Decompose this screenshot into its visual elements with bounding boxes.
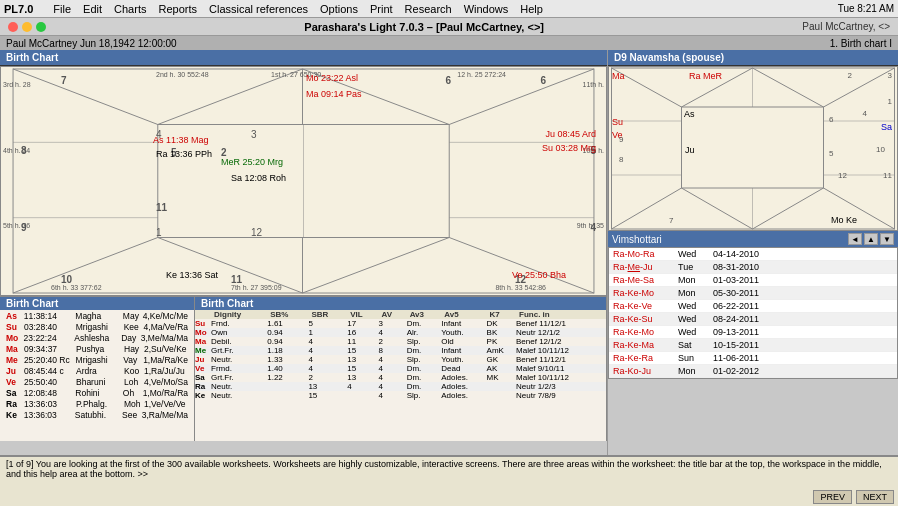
- menu-windows[interactable]: Windows: [464, 3, 509, 15]
- dignity-row-sa: SaGrt.Fr.1.222134Dm.Adoles.MKMalef 10/11…: [195, 373, 606, 382]
- nav-num10: 10: [876, 145, 885, 154]
- inner-h12b: 12: [251, 227, 262, 238]
- svg-rect-18: [682, 107, 824, 188]
- help-section: [1 of 9] You are looking at the first of…: [0, 455, 898, 506]
- house-9: 11: [231, 274, 242, 285]
- planet-ke: Ke 13:36 Sat: [166, 270, 218, 280]
- svg-line-22: [824, 68, 895, 107]
- clock: Tue 8:21 AM: [838, 3, 894, 14]
- nav-as: As: [684, 109, 695, 119]
- maximize-button[interactable]: [36, 22, 46, 32]
- menu-research[interactable]: Research: [405, 3, 452, 15]
- next-button[interactable]: NEXT: [856, 490, 894, 504]
- close-button[interactable]: [8, 22, 18, 32]
- vimsh-row-8: Ra-Ke-Ma Sat 10-15-2011: [609, 339, 897, 352]
- main-content: Birth Chart: [0, 50, 898, 506]
- nav-num2: 2: [848, 71, 852, 80]
- menu-options[interactable]: Options: [320, 3, 358, 15]
- nav-su: Su: [612, 117, 623, 127]
- dignity-row-mo: MoOwn0.941164Alr.Youth.BKNeutr 12/1/2: [195, 328, 606, 337]
- nav-ra: Ra MeR: [689, 71, 722, 81]
- planet-row-ju: Ju08:45:44 cArdraKoo1,Ra/Ju/Ju: [3, 366, 191, 377]
- deg-top-left: 2nd h. 30 552:48: [156, 71, 209, 78]
- dignity-row-ma: MaDebil.0.944112Slp.OldPKBenef 12/1/2: [195, 337, 606, 346]
- vimsh-row-9: Ra-Ke-Ra Sun 11-06-2011: [609, 352, 897, 365]
- menu-charts[interactable]: Charts: [114, 3, 146, 15]
- nav-sa: Sa: [881, 122, 892, 132]
- vimsh-row-6: Ra-Ke-Su Wed 08-24-2011: [609, 313, 897, 326]
- planet-mer: MeR 25:20 Mrg: [221, 157, 283, 167]
- nav-ju: Ju: [685, 145, 695, 155]
- nav-num8: 8: [619, 155, 623, 164]
- planet-row-mo: Mo23:22:24AshleshaDay3,Me/Ma/Ma: [3, 333, 191, 344]
- bottom-section: Birth Chart As11:38:14MaghaMay4,Ke/Mc/Me…: [0, 296, 607, 441]
- menu-file[interactable]: File: [53, 3, 71, 15]
- menu-edit[interactable]: Edit: [83, 3, 102, 15]
- menu-print[interactable]: Print: [370, 3, 393, 15]
- planet-ve: Ve 25:50 Bha: [512, 270, 566, 280]
- planet-row-as: As11:38:14MaghaMay4,Ke/Mc/Me: [3, 311, 191, 322]
- nav-ma: Ma: [612, 71, 625, 81]
- vimsh-up-btn[interactable]: ▲: [864, 233, 878, 245]
- svg-line-21: [753, 68, 824, 107]
- vimsh-row-3: Ra-Me-Sa Mon 01-03-2011: [609, 274, 897, 287]
- minimize-button[interactable]: [22, 22, 32, 32]
- help-text: [1 of 9] You are looking at the first of…: [6, 459, 882, 479]
- vimshottari-section: Vimshottari ◄ ▲ ▼ Ra-Mo-Ra Wed 04-14-201…: [608, 231, 898, 455]
- navamsha-section: D9 Navamsha (spouse): [608, 50, 898, 231]
- nav-num6: 6: [829, 115, 833, 124]
- birth-chart-canvas: 2nd h. 30 552:48 1st h. 27 650:30 12 h. …: [0, 66, 607, 296]
- svg-line-25: [753, 188, 824, 229]
- menu-reports[interactable]: Reports: [158, 3, 197, 15]
- nav-num1: 1: [888, 97, 892, 106]
- house-11b: 11: [156, 202, 167, 213]
- inner-h1: 4: [156, 129, 162, 140]
- vimsh-down-btn[interactable]: ▼: [880, 233, 894, 245]
- nav-num12: 12: [838, 171, 847, 180]
- chart-svg: [1, 67, 606, 295]
- chart-type-label: 1. Birth chart I: [830, 38, 892, 49]
- birth-chart-header: Birth Chart: [0, 50, 607, 66]
- menu-help[interactable]: Help: [520, 3, 543, 15]
- dignity-table: Dignity SB% SBR VIL AV Av3 Av5 K7 Func. …: [195, 310, 606, 400]
- dignity-row-ve: VeFrmd.1.404154Dm.DeadAKMalef 9/10/11: [195, 364, 606, 373]
- svg-line-2: [13, 69, 158, 125]
- nav-num5: 5: [829, 149, 833, 158]
- left-panel: Birth Chart: [0, 50, 608, 455]
- house-2: 8: [21, 145, 27, 156]
- planet-row-ma: Ma09:34:37PushyaHay2,Su/Ve/Ke: [3, 344, 191, 355]
- vimsh-row-7: Ra-Ke-Mo Wed 09-13-2011: [609, 326, 897, 339]
- app-version: PL7.0: [4, 3, 33, 15]
- svg-line-24: [682, 188, 753, 229]
- navamsha-svg: [609, 67, 897, 230]
- nav-mo-ke: Mo Ke: [831, 215, 857, 225]
- dignity-row-me: MeGrt.Fr.1.184158Dm.InfantAmKMalef 10/11…: [195, 346, 606, 355]
- nav-num11: 11: [883, 171, 892, 180]
- prev-button[interactable]: PREV: [813, 490, 852, 504]
- deg-bot-2: 7th h. 27 395:09: [231, 284, 282, 291]
- planet-row-me: Me25:20:40 RcMrigashiVay1,Ma/Ra/Ke: [3, 355, 191, 366]
- vimsh-left-btn[interactable]: ◄: [848, 233, 862, 245]
- deg-top-right: 12 h. 25 272:24: [457, 71, 506, 78]
- planet-row-ra: Ra13:36:03P.Phalg.Moh1,Ve/Ve/Ve: [3, 399, 191, 410]
- menu-classical[interactable]: Classical references: [209, 3, 308, 15]
- versionbar: Paul McCartney Jun 18,1942 12:00:00 1. B…: [0, 36, 898, 50]
- dignity-table-panel: Birth Chart Dignity SB% SBR VIL AV Av3: [195, 297, 607, 441]
- vimsh-row-5: Ra-Ke-Ve Wed 06-22-2011: [609, 300, 897, 313]
- dignity-row-ju: JuNeutr.1.334134Slp.Youth.GKBenef 11/12/…: [195, 355, 606, 364]
- help-text-area: [1 of 9] You are looking at the first of…: [0, 456, 898, 488]
- nav-num9: 9: [619, 135, 623, 144]
- navamsha-canvas: Ra MeR Ma As 3 2 1 Sa 11 12 Su Ve 8: [608, 66, 898, 231]
- dignity-row-ra: RaNeutr.1344Dm.Adoles.Neutr 1/2/3: [195, 382, 606, 391]
- vimshottari-header: Vimshottari ◄ ▲ ▼: [608, 231, 898, 247]
- menubar: PL7.0 File Edit Charts Reports Classical…: [0, 0, 898, 18]
- nav-buttons: PREV NEXT: [0, 488, 898, 506]
- nav-num4: 4: [863, 109, 867, 118]
- window-controls: [8, 22, 46, 32]
- planet-ju: Ju 08:45 Ard: [545, 129, 596, 139]
- svg-line-8: [303, 238, 450, 294]
- planet-row-sa: Sa12:08:48RohiniOh1,Mo/Ra/Ra: [3, 388, 191, 399]
- inner-h7: 1: [156, 227, 162, 238]
- planet-sa: Sa 12:08 Roh: [231, 173, 286, 183]
- bottom-left-header: Birth Chart: [0, 297, 194, 310]
